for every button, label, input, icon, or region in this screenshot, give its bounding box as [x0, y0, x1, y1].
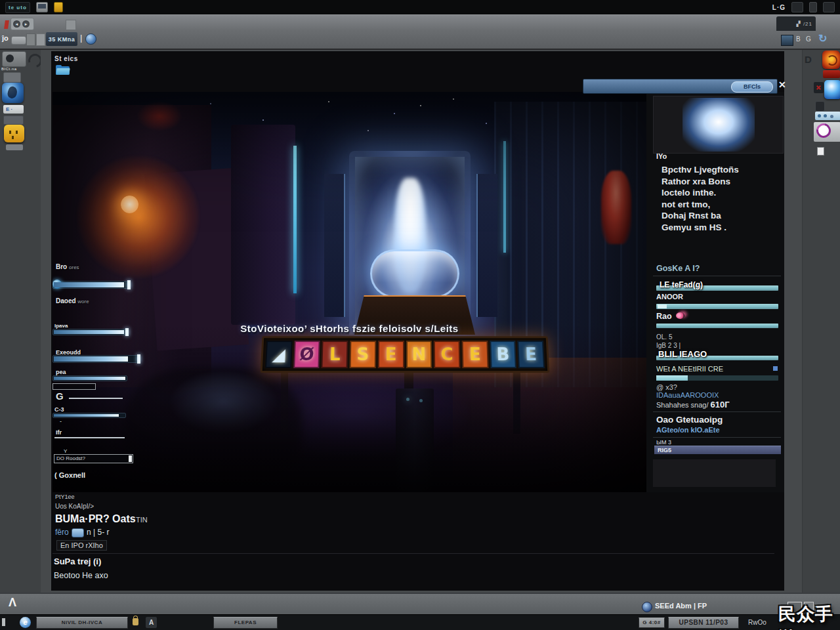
stat-small-1: OL. 5	[656, 333, 672, 341]
app-indicator-label: te uto	[9, 5, 27, 10]
panel-thumbnail[interactable]	[653, 96, 784, 154]
hud-label-1-main: Bro	[56, 263, 67, 270]
hud-label-7: Ifr	[56, 429, 62, 436]
blue-strip-icon[interactable]	[815, 112, 840, 120]
panel-link-2[interactable]: AGteo/on klO.aEte	[656, 426, 720, 434]
hud-label-5: pea	[56, 369, 66, 375]
tray-indicator-label: L·G	[772, 4, 786, 11]
hud-label-6: C-3	[54, 406, 64, 413]
bottom-heading-side: TIN	[136, 516, 148, 524]
hud-label-1-sub: ores	[69, 264, 79, 270]
divider	[653, 411, 781, 412]
sync-icon[interactable]: ↻	[818, 32, 827, 45]
fire-app-icon[interactable]	[822, 51, 840, 69]
taskbar-button-1[interactable]: NiVIL DH-IVCA	[36, 617, 128, 629]
browser-e-icon[interactable]: e	[20, 617, 31, 628]
notes-icon[interactable]	[54, 2, 63, 12]
main-window: St eics	[41, 50, 802, 614]
hud-label-2: Daoed wore	[56, 297, 89, 304]
section-title: GosKe A I?	[656, 264, 700, 273]
tray-icon-1[interactable]	[791, 2, 803, 12]
tray-icon-3[interactable]	[823, 2, 835, 12]
e-app-icon[interactable]: E ·	[3, 105, 24, 114]
info-line: loctelo inthe.	[662, 187, 780, 199]
bottom-line-4: Beotoo He axo	[54, 571, 108, 580]
hud-y-mark: Y	[64, 448, 67, 454]
small-dark-app-icon[interactable]	[815, 101, 825, 112]
blue-game-app-icon[interactable]	[2, 83, 24, 103]
close-icon[interactable]: ✕	[778, 79, 786, 90]
hud-label-8-main: Goxnell	[59, 471, 85, 479]
toolbar-small-button[interactable]	[11, 36, 26, 45]
dock-caption: BICt.na	[1, 67, 17, 71]
stat-line: Shahahes snag/ 610Г	[656, 400, 730, 410]
caret-glyph: Λ	[9, 596, 16, 610]
bottom-inline-icon[interactable]	[72, 528, 84, 537]
stat-overlay-2: BLIL IEAGO	[658, 349, 707, 359]
stat-line-text: Shahahes snag/	[656, 401, 709, 409]
stat-line-big: 610Г	[711, 400, 730, 410]
taskbar-a-icon[interactable]: A	[146, 617, 157, 628]
toolbar-tile-1[interactable]	[26, 33, 35, 46]
active-tab[interactable]: 35 KMna	[46, 32, 77, 46]
panel-search-bar[interactable]: BFCls	[583, 79, 778, 94]
sign-panel-letter: ◢	[265, 341, 293, 368]
hud-label-8: ( Goxnell	[54, 471, 85, 479]
sign-panel-letter: Ø	[293, 341, 320, 368]
folder-icon[interactable]	[56, 65, 71, 75]
yellow-app-icon[interactable]	[4, 125, 24, 142]
document-mini-icon[interactable]	[817, 147, 824, 156]
forward-button[interactable]: ▸	[22, 20, 30, 28]
thumbnail-button[interactable]	[781, 35, 793, 46]
dock-thumbnail-2[interactable]	[3, 116, 24, 125]
tray-icon-2[interactable]	[809, 2, 817, 12]
toolbar-tile-2[interactable]	[36, 33, 45, 46]
thumbnail-glow-art	[682, 98, 755, 152]
dark-app-icon[interactable]	[814, 82, 824, 93]
info-panel: IYo Bpcthv Ljvegftoñs Rathor xra Bons lo…	[646, 92, 784, 492]
neon-sign: ◢ØLSENCEBE	[261, 336, 550, 373]
blue-orb-app-icon[interactable]	[824, 80, 840, 99]
taskbar-clock[interactable]: UPSBN 11/P03	[668, 617, 739, 629]
toolbar-square-button[interactable]	[66, 20, 76, 30]
mini-label: ЫM 3	[656, 439, 671, 446]
game-screenshot: StoVioteixoo’ sHtorhs fszie feloisolv s/…	[52, 92, 646, 492]
corner-tab[interactable]: ▞ /21	[776, 16, 816, 31]
folder-icon-front	[56, 68, 70, 75]
watermark: 民众手游	[778, 602, 840, 630]
hud-bracket: (	[54, 471, 57, 479]
screen-icon[interactable]	[36, 2, 48, 12]
stat-label-2: Rao	[656, 312, 684, 321]
red-strip-icon[interactable]	[823, 70, 840, 78]
toolbar-right-glyph-1[interactable]: B	[796, 35, 801, 43]
selected-list-row[interactable]: RIG5	[654, 446, 781, 454]
camera-app-icon[interactable]	[2, 51, 26, 67]
sign-panel-letter: C	[434, 341, 460, 368]
sign-panel-letter: E	[378, 341, 404, 368]
thumbnail-label: IYo	[656, 152, 667, 160]
top-bar-left: te uto	[5, 2, 63, 13]
back-button[interactable]: ◂	[13, 20, 20, 28]
divider	[653, 276, 781, 276]
info-line: Gemyu sm HS .	[662, 222, 780, 234]
taskbar-right-button[interactable]: G 4:0#	[639, 618, 665, 628]
globe-button[interactable]	[85, 33, 96, 45]
stat-label-5: WEt A NEEtIRII CRE	[656, 365, 723, 373]
flower-icon	[676, 312, 684, 319]
taskbar-button-2[interactable]: FLEPAS	[213, 617, 278, 629]
search-pill-button[interactable]: BFCls	[731, 81, 773, 93]
hud-meter-box: DO Roodst?	[54, 454, 133, 463]
toolbar-right-glyph-2[interactable]: G	[806, 35, 811, 43]
blue-square-marker[interactable]	[773, 366, 778, 371]
panel-link-1[interactable]: IDAauaAAROOOIX	[656, 391, 719, 399]
lock-icon	[133, 618, 138, 625]
toolbar-separator: |	[80, 33, 82, 43]
dock-thumbnail-1[interactable]	[3, 72, 21, 83]
dock-tag[interactable]	[6, 144, 23, 150]
taskbar-start-icon[interactable]	[2, 618, 5, 626]
top-bar-tray: L·G	[772, 2, 835, 12]
app-indicator[interactable]: te uto	[5, 2, 30, 13]
sign-panel-letter: E	[517, 341, 545, 368]
bottom-link[interactable]: fēro	[55, 528, 69, 537]
status-bar: Λ SEEd Abm | FP	[0, 593, 840, 614]
